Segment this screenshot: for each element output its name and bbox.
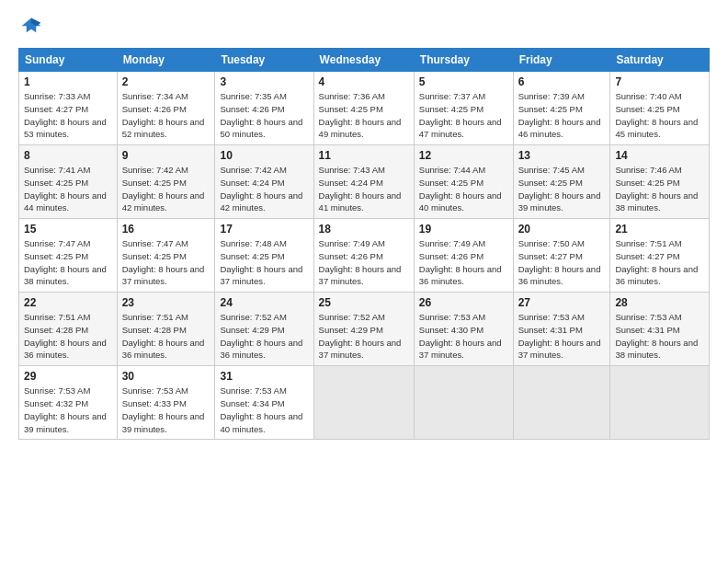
weekday-header-thursday: Thursday (414, 49, 513, 72)
logo-icon (18, 15, 44, 40)
day-info: Sunrise: 7:35 AM Sunset: 4:26 PM Dayligh… (220, 90, 308, 141)
day-number: 1 (24, 75, 112, 88)
day-info: Sunrise: 7:52 AM Sunset: 4:29 PM Dayligh… (319, 311, 409, 362)
calendar-cell: 1Sunrise: 7:33 AM Sunset: 4:27 PM Daylig… (19, 72, 118, 145)
calendar-cell: 6Sunrise: 7:39 AM Sunset: 4:25 PM Daylig… (513, 72, 610, 145)
day-number: 6 (518, 75, 606, 88)
calendar-cell: 4Sunrise: 7:36 AM Sunset: 4:25 PM Daylig… (313, 72, 414, 145)
weekday-header-sunday: Sunday (19, 49, 118, 72)
day-info: Sunrise: 7:51 AM Sunset: 4:28 PM Dayligh… (24, 311, 112, 362)
calendar-cell: 19Sunrise: 7:49 AM Sunset: 4:26 PM Dayli… (414, 219, 513, 293)
day-number: 14 (615, 149, 704, 162)
calendar-cell: 25Sunrise: 7:52 AM Sunset: 4:29 PM Dayli… (313, 293, 414, 366)
day-info: Sunrise: 7:41 AM Sunset: 4:25 PM Dayligh… (24, 164, 112, 214)
calendar-cell: 12Sunrise: 7:44 AM Sunset: 4:25 PM Dayli… (414, 145, 513, 219)
day-number: 22 (24, 296, 112, 309)
day-info: Sunrise: 7:51 AM Sunset: 4:27 PM Dayligh… (615, 237, 704, 288)
calendar-cell (414, 366, 513, 440)
day-number: 21 (615, 223, 704, 236)
day-info: Sunrise: 7:42 AM Sunset: 4:24 PM Dayligh… (220, 164, 308, 214)
day-number: 4 (319, 75, 409, 88)
calendar-cell (513, 366, 610, 440)
header (18, 15, 710, 40)
day-number: 3 (220, 75, 308, 88)
day-info: Sunrise: 7:46 AM Sunset: 4:25 PM Dayligh… (615, 164, 704, 214)
day-number: 29 (24, 370, 112, 383)
day-number: 12 (419, 149, 508, 162)
day-info: Sunrise: 7:53 AM Sunset: 4:30 PM Dayligh… (419, 311, 508, 362)
day-number: 24 (220, 296, 308, 309)
calendar-cell: 20Sunrise: 7:50 AM Sunset: 4:27 PM Dayli… (513, 219, 610, 293)
day-number: 18 (319, 223, 409, 236)
day-info: Sunrise: 7:53 AM Sunset: 4:31 PM Dayligh… (518, 311, 606, 362)
day-info: Sunrise: 7:47 AM Sunset: 4:25 PM Dayligh… (122, 237, 210, 288)
day-number: 19 (419, 223, 508, 236)
calendar-cell: 24Sunrise: 7:52 AM Sunset: 4:29 PM Dayli… (215, 293, 313, 366)
day-info: Sunrise: 7:53 AM Sunset: 4:33 PM Dayligh… (122, 385, 210, 435)
day-info: Sunrise: 7:39 AM Sunset: 4:25 PM Dayligh… (518, 90, 606, 141)
calendar-cell: 7Sunrise: 7:40 AM Sunset: 4:25 PM Daylig… (610, 72, 710, 145)
day-number: 30 (122, 370, 210, 383)
calendar-cell: 28Sunrise: 7:53 AM Sunset: 4:31 PM Dayli… (610, 293, 710, 366)
calendar-cell: 31Sunrise: 7:53 AM Sunset: 4:34 PM Dayli… (215, 366, 313, 440)
calendar-week-row: 8Sunrise: 7:41 AM Sunset: 4:25 PM Daylig… (19, 145, 710, 219)
calendar-table: SundayMondayTuesdayWednesdayThursdayFrid… (18, 48, 710, 440)
day-number: 16 (122, 223, 210, 236)
day-info: Sunrise: 7:50 AM Sunset: 4:27 PM Dayligh… (518, 237, 606, 288)
calendar-cell: 26Sunrise: 7:53 AM Sunset: 4:30 PM Dayli… (414, 293, 513, 366)
calendar-cell: 9Sunrise: 7:42 AM Sunset: 4:25 PM Daylig… (117, 145, 215, 219)
page-container: SundayMondayTuesdayWednesdayThursdayFrid… (0, 0, 728, 449)
day-info: Sunrise: 7:53 AM Sunset: 4:34 PM Dayligh… (220, 385, 308, 435)
day-info: Sunrise: 7:42 AM Sunset: 4:25 PM Dayligh… (122, 164, 210, 214)
day-number: 26 (419, 296, 508, 309)
day-info: Sunrise: 7:53 AM Sunset: 4:31 PM Dayligh… (615, 311, 704, 362)
calendar-cell (313, 366, 414, 440)
day-info: Sunrise: 7:52 AM Sunset: 4:29 PM Dayligh… (220, 311, 308, 362)
day-number: 31 (220, 370, 308, 383)
calendar-week-row: 1Sunrise: 7:33 AM Sunset: 4:27 PM Daylig… (19, 72, 710, 145)
day-number: 9 (122, 149, 210, 162)
day-number: 25 (319, 296, 409, 309)
calendar-cell: 10Sunrise: 7:42 AM Sunset: 4:24 PM Dayli… (215, 145, 313, 219)
calendar-week-row: 29Sunrise: 7:53 AM Sunset: 4:32 PM Dayli… (19, 366, 710, 440)
calendar-cell: 15Sunrise: 7:47 AM Sunset: 4:25 PM Dayli… (19, 219, 118, 293)
calendar-cell: 18Sunrise: 7:49 AM Sunset: 4:26 PM Dayli… (313, 219, 414, 293)
day-number: 17 (220, 223, 308, 236)
day-number: 8 (24, 149, 112, 162)
calendar-cell: 13Sunrise: 7:45 AM Sunset: 4:25 PM Dayli… (513, 145, 610, 219)
day-info: Sunrise: 7:36 AM Sunset: 4:25 PM Dayligh… (319, 90, 409, 141)
day-info: Sunrise: 7:53 AM Sunset: 4:32 PM Dayligh… (24, 385, 112, 435)
logo (18, 15, 48, 40)
day-info: Sunrise: 7:44 AM Sunset: 4:25 PM Dayligh… (419, 164, 508, 214)
day-number: 5 (419, 75, 508, 88)
calendar-cell: 2Sunrise: 7:34 AM Sunset: 4:26 PM Daylig… (117, 72, 215, 145)
calendar-cell: 16Sunrise: 7:47 AM Sunset: 4:25 PM Dayli… (117, 219, 215, 293)
day-number: 27 (518, 296, 606, 309)
calendar-cell: 8Sunrise: 7:41 AM Sunset: 4:25 PM Daylig… (19, 145, 118, 219)
day-number: 20 (518, 223, 606, 236)
day-info: Sunrise: 7:49 AM Sunset: 4:26 PM Dayligh… (419, 237, 508, 288)
day-info: Sunrise: 7:34 AM Sunset: 4:26 PM Dayligh… (122, 90, 210, 141)
day-info: Sunrise: 7:47 AM Sunset: 4:25 PM Dayligh… (24, 237, 112, 288)
day-number: 10 (220, 149, 308, 162)
weekday-header-friday: Friday (513, 49, 610, 72)
day-number: 28 (615, 296, 704, 309)
calendar-cell: 22Sunrise: 7:51 AM Sunset: 4:28 PM Dayli… (19, 293, 118, 366)
calendar-cell: 21Sunrise: 7:51 AM Sunset: 4:27 PM Dayli… (610, 219, 710, 293)
calendar-cell: 11Sunrise: 7:43 AM Sunset: 4:24 PM Dayli… (313, 145, 414, 219)
calendar-week-row: 22Sunrise: 7:51 AM Sunset: 4:28 PM Dayli… (19, 293, 710, 366)
calendar-cell: 29Sunrise: 7:53 AM Sunset: 4:32 PM Dayli… (19, 366, 118, 440)
calendar-cell: 27Sunrise: 7:53 AM Sunset: 4:31 PM Dayli… (513, 293, 610, 366)
calendar-cell (610, 366, 710, 440)
day-info: Sunrise: 7:45 AM Sunset: 4:25 PM Dayligh… (518, 164, 606, 214)
calendar-cell: 23Sunrise: 7:51 AM Sunset: 4:28 PM Dayli… (117, 293, 215, 366)
weekday-header-saturday: Saturday (610, 49, 710, 72)
day-number: 7 (615, 75, 704, 88)
weekday-header-row: SundayMondayTuesdayWednesdayThursdayFrid… (19, 49, 710, 72)
day-info: Sunrise: 7:33 AM Sunset: 4:27 PM Dayligh… (24, 90, 112, 141)
day-info: Sunrise: 7:48 AM Sunset: 4:25 PM Dayligh… (220, 237, 308, 288)
day-number: 2 (122, 75, 210, 88)
weekday-header-tuesday: Tuesday (215, 49, 313, 72)
calendar-cell: 30Sunrise: 7:53 AM Sunset: 4:33 PM Dayli… (117, 366, 215, 440)
weekday-header-monday: Monday (117, 49, 215, 72)
